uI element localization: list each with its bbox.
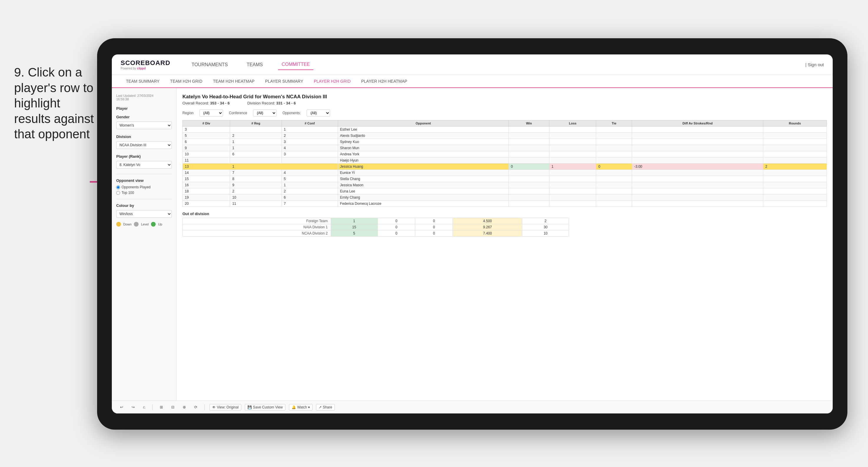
legend-label-up: Up xyxy=(158,222,162,226)
tab-player-summary[interactable]: PLAYER SUMMARY xyxy=(260,75,308,88)
table-row[interactable]: 1822Euna Lee xyxy=(183,188,827,194)
sidebar: Last Updated: 27/03/2024 16:55:38 Player… xyxy=(112,88,177,401)
legend-label-level: Level xyxy=(141,222,149,226)
table-row[interactable]: 613Sydney Kuo xyxy=(183,139,827,145)
undo-button[interactable]: ↩ xyxy=(118,404,126,410)
th-rounds: Rounds xyxy=(763,120,827,127)
opponents-filter-label: Opponents: xyxy=(282,111,301,115)
opponent-view-label: Opponent view xyxy=(116,178,172,183)
table-row[interactable]: 1063Andrea York xyxy=(183,151,827,157)
grid-title: Katelyn Vo Head-to-Head Grid for Women's… xyxy=(182,94,827,100)
legend-dot-level xyxy=(134,222,138,226)
colour-by-label: Colour by xyxy=(116,203,172,208)
overall-record: Overall Record: 353 - 34 - 6 xyxy=(182,101,229,105)
nav-teams[interactable]: TEAMS xyxy=(243,60,266,70)
region-filter-label: Region xyxy=(182,111,194,115)
view-original-button[interactable]: 👁 View: Original xyxy=(210,404,241,410)
th-tie: Tie xyxy=(596,120,632,127)
save-custom-view-button[interactable]: 💾 Save Custom View xyxy=(245,404,285,410)
legend-dot-up xyxy=(151,222,156,226)
fit-button[interactable]: ⊕ xyxy=(180,404,188,410)
watch-icon: 🔔 xyxy=(291,405,296,409)
h2h-table: # Div # Reg # Conf Opponent Win Loss Tie… xyxy=(182,120,827,207)
redo-button[interactable]: ↪ xyxy=(129,404,137,410)
division-record: Division Record: 331 - 34 - 6 xyxy=(247,101,296,105)
logo-scoreboard: SCOREBOARD xyxy=(121,59,170,67)
tab-team-h2h-heatmap[interactable]: TEAM H2H HEATMAP xyxy=(208,75,260,88)
main-content: Last Updated: 27/03/2024 16:55:38 Player… xyxy=(112,88,833,401)
table-row[interactable]: 131Jessica Huang010-3.002 xyxy=(183,164,827,170)
gender-label: Gender xyxy=(116,115,172,119)
refresh-button[interactable]: ⟳ xyxy=(192,404,200,410)
tab-team-h2h-grid[interactable]: TEAM H2H GRID xyxy=(165,75,208,88)
nav-tournaments[interactable]: TOURNAMENTS xyxy=(188,60,231,70)
radio-opponents-played[interactable]: Opponents Played xyxy=(116,185,172,189)
ood-row: NCAA Division 25007.40010 xyxy=(183,230,569,237)
legend-dot-down xyxy=(116,222,121,226)
zoom-in-button[interactable]: ⊞ xyxy=(157,404,165,410)
tab-team-summary[interactable]: TEAM SUMMARY xyxy=(121,75,165,88)
bottom-toolbar: ↩ ↪ ⎌ ⊞ ⊟ ⊕ ⟳ 👁 View: Original 💾 Save Cu… xyxy=(112,401,833,413)
grid-area: Katelyn Vo Head-to-Head Grid for Women's… xyxy=(177,88,833,401)
separator-1 xyxy=(152,404,153,410)
th-reg: # Reg xyxy=(230,120,282,127)
ood-table: Foreign Team1004.5002NAIA Division 11500… xyxy=(182,218,569,237)
opponent-view-group: Opponents Played Top 100 xyxy=(116,185,172,195)
logo: SCOREBOARD Powered by clippd xyxy=(121,59,170,70)
records-row: Overall Record: 353 - 34 - 6 Division Re… xyxy=(182,101,827,105)
legend-label-down: Down xyxy=(123,222,131,226)
table-row[interactable]: 522Alexis Sudjianto xyxy=(183,133,827,139)
logo-powered: Powered by clippd xyxy=(121,67,170,70)
reset-button[interactable]: ⎌ xyxy=(141,404,148,410)
tab-player-h2h-heatmap[interactable]: PLAYER H2H HEATMAP xyxy=(356,75,413,88)
save-icon: 💾 xyxy=(247,405,252,409)
th-opponent: Opponent xyxy=(338,120,509,127)
th-loss: Loss xyxy=(549,120,596,127)
watch-button[interactable]: 🔔 Watch ▾ xyxy=(289,404,312,410)
share-button[interactable]: ↗ Share xyxy=(316,404,335,410)
th-diff: Diff Av Strokes/Rnd xyxy=(632,120,763,127)
table-row[interactable]: 914Sharon Mun xyxy=(183,145,827,151)
sign-out-button[interactable]: | Sign out xyxy=(805,62,824,67)
gender-select[interactable]: Women's xyxy=(116,122,172,129)
table-row[interactable]: 1474Eunice Yi xyxy=(183,170,827,176)
player-rank-select[interactable]: 8. Katelyn Vo xyxy=(116,161,172,168)
conference-filter-select[interactable]: (All) xyxy=(253,110,277,117)
table-row[interactable]: 19106Emily Chang xyxy=(183,194,827,201)
separator-2 xyxy=(205,404,205,410)
share-icon: ↗ xyxy=(319,405,321,409)
table-row[interactable]: 11Haejo Hyun xyxy=(183,157,827,164)
top-nav: SCOREBOARD Powered by clippd TOURNAMENTS… xyxy=(112,55,833,75)
sub-nav: TEAM SUMMARY TEAM H2H GRID TEAM H2H HEAT… xyxy=(112,75,833,88)
player-label: Player xyxy=(116,106,172,111)
tab-player-h2h-grid[interactable]: PLAYER H2H GRID xyxy=(309,75,356,88)
region-filter-select[interactable]: (All) xyxy=(199,110,223,117)
zoom-out-button[interactable]: ⊟ xyxy=(169,404,177,410)
tablet-screen: SCOREBOARD Powered by clippd TOURNAMENTS… xyxy=(112,55,833,413)
tablet-frame: SCOREBOARD Powered by clippd TOURNAMENTS… xyxy=(97,38,847,430)
opponent-filter-select[interactable]: (All) xyxy=(307,110,330,117)
th-div: # Div xyxy=(183,120,230,127)
eye-icon: 👁 xyxy=(212,405,216,409)
division-select[interactable]: NCAA Division III xyxy=(116,141,172,149)
nav-committee[interactable]: COMMITTEE xyxy=(278,59,313,70)
table-row[interactable]: 1585Stella Chang xyxy=(183,176,827,182)
table-row[interactable]: 1691Jessica Mason xyxy=(183,182,827,188)
ood-row: Foreign Team1004.5002 xyxy=(183,218,569,224)
ood-row: NAIA Division 115009.26730 xyxy=(183,224,569,230)
th-conf: # Conf xyxy=(282,120,338,127)
legend: Down Level Up xyxy=(116,222,172,226)
conference-filter-label: Conference xyxy=(229,111,247,115)
out-of-division-label: Out of division xyxy=(182,212,827,216)
table-row[interactable]: 31Esther Lee xyxy=(183,127,827,133)
colour-by-select[interactable]: Win/loss xyxy=(116,210,172,218)
instruction-text: 9. Click on a player's row to highlight … xyxy=(14,65,96,142)
filters-row: Region (All) Conference (All) Opponents:… xyxy=(182,110,827,117)
table-row[interactable]: 20117Federica Domecq Lacroze xyxy=(183,201,827,207)
division-label: Division xyxy=(116,134,172,139)
player-rank-label: Player (Rank) xyxy=(116,154,172,159)
last-updated: Last Updated: 27/03/2024 16:55:38 xyxy=(116,94,172,101)
radio-top-100[interactable]: Top 100 xyxy=(116,191,172,195)
th-win: Win xyxy=(509,120,549,127)
